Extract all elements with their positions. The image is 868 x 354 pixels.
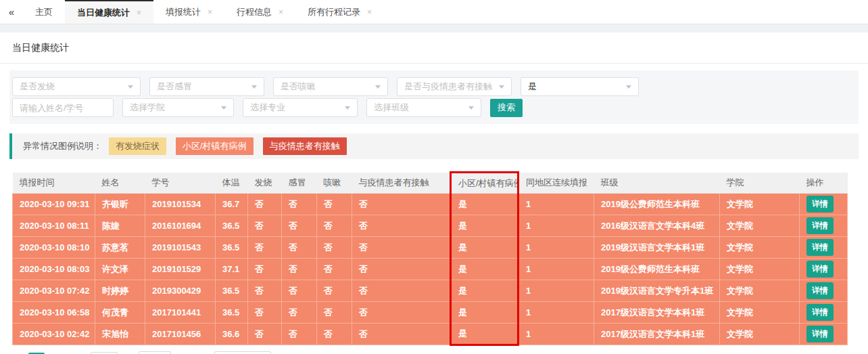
cell-time: 2020-03-10 08:11 xyxy=(13,215,95,237)
detail-button[interactable]: 详情 xyxy=(806,304,834,321)
cell-repeat: 1 xyxy=(519,280,594,302)
caret-down-icon xyxy=(345,106,350,110)
table-row: 2020-03-10 06:58何茂青201710144136.5否否否否是12… xyxy=(13,302,848,324)
cell-time: 2020-03-10 07:42 xyxy=(13,280,95,302)
legend-bar: 异常情况图例说明： 有发烧症状小区/村镇有病例与疫情患者有接触 xyxy=(9,133,859,159)
cell-contact: 否 xyxy=(352,324,451,345)
close-tab-icon[interactable]: × xyxy=(279,7,283,17)
page-size-select[interactable]: 10 条/页 ▼ xyxy=(214,351,271,354)
detail-button[interactable]: 详情 xyxy=(806,196,834,213)
detail-button[interactable]: 详情 xyxy=(806,261,834,278)
caret-down-icon xyxy=(251,85,257,89)
cell-name: 齐银昕 xyxy=(95,194,145,215)
cell-cold: 否 xyxy=(282,302,317,324)
cell-cold: 否 xyxy=(282,237,317,259)
cell-community: 是 xyxy=(451,194,519,215)
cell-temp: 37.1 xyxy=(216,259,248,280)
caret-down-icon xyxy=(468,106,474,110)
cell-cold: 否 xyxy=(282,259,317,280)
legend-label: 异常情况图例说明： xyxy=(23,140,102,152)
cell-repeat: 1 xyxy=(519,194,594,215)
tab-item[interactable]: 所有行程记录× xyxy=(295,0,384,24)
major-select[interactable]: 选择专业 xyxy=(243,98,358,117)
cell-college: 文学院 xyxy=(720,237,800,259)
cell-contact: 否 xyxy=(352,237,451,259)
cell-fever: 否 xyxy=(248,194,282,215)
table-row: 2020-03-10 08:11陈婕201610169436.5否否否否是120… xyxy=(13,215,848,237)
tab-label: 填报统计 xyxy=(166,6,201,18)
cell-name: 陈婕 xyxy=(95,215,145,237)
cell-time: 2020-03-10 09:31 xyxy=(13,194,95,215)
filter-row-2: 选择学院选择专业选择班级搜索 xyxy=(12,98,856,117)
confirm-page-button[interactable]: 确定 xyxy=(139,351,171,354)
cell-college: 文学院 xyxy=(720,259,800,280)
tab-label: 行程信息 xyxy=(237,6,272,18)
close-tab-icon[interactable]: × xyxy=(137,8,141,18)
college-select[interactable]: 选择学院 xyxy=(122,98,234,117)
tab-label: 主页 xyxy=(35,6,53,18)
cell-sid: 2016101694 xyxy=(145,215,216,237)
tab-item[interactable]: 主页 xyxy=(23,0,65,24)
column-header-sid: 学号 xyxy=(145,173,216,194)
cell-fever: 否 xyxy=(248,324,282,345)
cell-community: 是 xyxy=(451,280,519,302)
cell-clazz: 2019级汉语言文学专升本1班 xyxy=(594,280,720,302)
cell-fever: 否 xyxy=(248,280,282,302)
cell-cold: 否 xyxy=(282,194,317,215)
detail-button[interactable]: 详情 xyxy=(806,326,834,342)
cell-cold: 否 xyxy=(282,215,317,237)
cell-cough: 否 xyxy=(317,280,352,302)
cell-clazz: 2016级汉语言文学本科4班 xyxy=(594,215,720,237)
cold-select[interactable]: 是否感冒 xyxy=(149,77,264,96)
cell-repeat: 1 xyxy=(519,215,594,237)
cell-op: 详情 xyxy=(800,280,848,302)
fever-select[interactable]: 是否发烧 xyxy=(12,77,141,96)
table-row: 2020-03-10 08:03许文泽201910152937.1否否否否是12… xyxy=(13,259,848,280)
cell-repeat: 1 xyxy=(519,324,594,345)
table-row: 2020-03-10 08:10苏意茗201910154336.5否否否否是12… xyxy=(13,237,848,259)
cell-sid: 2019101529 xyxy=(145,259,216,280)
collapse-sidebar-icon[interactable]: « xyxy=(0,0,23,24)
search-button[interactable]: 搜索 xyxy=(490,99,523,117)
cell-community: 是 xyxy=(451,259,519,280)
cough-select-value: 是否咳嗽 xyxy=(281,81,371,93)
cell-repeat: 1 xyxy=(519,302,594,324)
detail-button[interactable]: 详情 xyxy=(806,217,834,234)
detail-button[interactable]: 详情 xyxy=(806,239,834,256)
cell-sid: 2017101456 xyxy=(145,324,216,345)
table-header-row: 填报时间姓名学号体温发烧感冒咳嗽与疫情患者有接触小区/村镇有病例同地区连续填报班… xyxy=(13,173,848,194)
column-header-contact: 与疫情患者有接触 xyxy=(352,173,451,194)
name-or-id-input[interactable] xyxy=(12,98,114,117)
detail-button[interactable]: 详情 xyxy=(806,282,834,299)
class-select[interactable]: 选择班级 xyxy=(366,98,481,117)
close-tab-icon[interactable]: × xyxy=(367,7,372,17)
community-select[interactable]: 是 xyxy=(521,77,639,96)
column-header-college: 学院 xyxy=(720,173,800,194)
major-select-value: 选择专业 xyxy=(250,102,341,114)
class-select-value: 选择班级 xyxy=(374,102,464,114)
cell-time: 2020-03-10 02:42 xyxy=(13,324,95,345)
column-header-name: 姓名 xyxy=(95,173,145,194)
filter-panel: 是否发烧是否感冒是否咳嗽是否与疫情患者有接触是 选择学院选择专业选择班级搜索 xyxy=(9,70,859,124)
close-tab-icon[interactable]: × xyxy=(208,7,212,17)
cough-select[interactable]: 是否咳嗽 xyxy=(273,77,388,96)
cell-op: 详情 xyxy=(800,194,848,215)
page-title: 当日健康统计 xyxy=(0,32,868,64)
pagination-bar: ‹ 1 › 到第 页 确定 共 7 条 10 条/页 ▼ xyxy=(12,351,856,354)
cell-community: 是 xyxy=(451,324,519,345)
college-select-value: 选择学院 xyxy=(130,102,217,114)
cell-contact: 否 xyxy=(352,259,451,280)
cell-op: 详情 xyxy=(800,237,848,259)
cell-cough: 否 xyxy=(317,194,352,215)
cell-sid: 2019101543 xyxy=(145,237,216,259)
cell-sid: 2017101441 xyxy=(145,302,216,324)
cell-clazz: 2017级汉语言文学本科1班 xyxy=(594,302,720,324)
cell-temp: 36.5 xyxy=(216,237,248,259)
tab-item[interactable]: 填报统计× xyxy=(153,0,224,24)
cell-clazz: 2019级公费师范生本科班 xyxy=(594,194,720,215)
tab-item[interactable]: 当日健康统计× xyxy=(65,0,153,24)
contact-select[interactable]: 是否与疫情患者有接触 xyxy=(397,77,512,96)
column-header-repeat: 同地区连续填报 xyxy=(519,173,594,194)
tab-item[interactable]: 行程信息× xyxy=(224,0,295,24)
legend-badge-community: 小区/村镇有病例 xyxy=(176,137,254,155)
